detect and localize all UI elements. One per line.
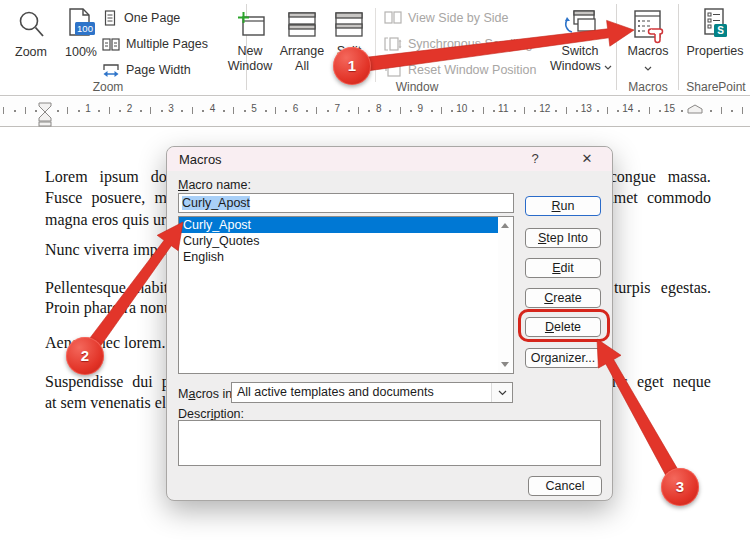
ruler-tick [181, 110, 183, 112]
help-button[interactable]: ? [526, 150, 544, 168]
ruler-tick [223, 110, 225, 112]
ruler-tick [566, 107, 567, 114]
view-side-by-side-button[interactable]: View Side by Side [384, 5, 509, 31]
ruler-tick [710, 110, 712, 112]
arrange-all-label-2: All [277, 59, 327, 74]
ruler-tick [731, 110, 733, 112]
page-width-label: Page Width [126, 63, 191, 77]
arrange-all-button[interactable]: Arrange All [277, 2, 327, 78]
multiple-pages-button[interactable]: Multiple Pages [102, 31, 208, 57]
macros-in-value: All active templates and documents [237, 385, 434, 399]
group-divider [678, 4, 679, 90]
macro-list[interactable]: Curly_ApostCurly_QuotesEnglish [178, 216, 514, 374]
dropdown-chevron-box[interactable] [491, 383, 512, 402]
arrange-all-icon [288, 12, 316, 38]
ruler-tick [316, 107, 317, 114]
ruler-tick [607, 107, 608, 114]
properties-button[interactable]: S Properties [684, 2, 746, 78]
macros-icon [633, 10, 665, 44]
view-side-by-side-icon [384, 10, 402, 26]
synchronous-scrolling-icon [384, 36, 402, 52]
ruler-tick [638, 110, 640, 112]
switch-windows-button[interactable]: Switch Windows [550, 2, 610, 78]
create-button[interactable]: Create [525, 288, 601, 308]
delete-button[interactable]: Delete [525, 317, 601, 337]
description-label: Description: [178, 407, 244, 421]
ruler-tick [192, 107, 193, 114]
one-page-icon [102, 10, 118, 27]
chevron-down-icon [644, 66, 652, 71]
ruler-number: 5 [246, 103, 262, 114]
edit-button[interactable]: Edit [525, 258, 601, 278]
new-window-icon [236, 10, 266, 38]
group-divider [616, 4, 617, 90]
macros-dropdown [621, 60, 675, 75]
multiple-pages-label: Multiple Pages [126, 37, 208, 51]
macros-in-dropdown[interactable]: All active templates and documents [231, 382, 513, 403]
macros-group-label: Macros [618, 80, 678, 94]
macros-label: Macros [621, 44, 675, 59]
reset-window-position-icon [384, 62, 402, 78]
ruler-tick [483, 107, 484, 114]
run-button[interactable]: Run [525, 196, 601, 216]
macros-button[interactable]: Macros [621, 2, 675, 78]
right-indent-marker[interactable] [687, 104, 703, 114]
macro-name-value: Curly_Apost [182, 196, 250, 210]
description-textarea[interactable] [178, 420, 601, 466]
reset-window-position-label: Reset Window Position [408, 63, 537, 77]
organizer-button[interactable]: Organizer... [525, 348, 601, 368]
macro-name-input[interactable]: Curly_Apost [178, 193, 514, 213]
ruler-tick [431, 110, 433, 112]
ruler-number: 15 [661, 103, 677, 114]
ruler-tick [472, 110, 474, 112]
split-icon [335, 12, 363, 38]
dialog-titlebar: Macros ? ✕ [167, 147, 612, 171]
close-button[interactable]: ✕ [578, 150, 596, 168]
new-window-button[interactable]: New Window [226, 2, 274, 78]
properties-icon: S [701, 8, 729, 42]
scroll-down-icon[interactable] [501, 362, 509, 367]
ruler-number: 9 [412, 103, 428, 114]
cancel-button[interactable]: Cancel [528, 476, 602, 496]
ruler-number: 6 [288, 103, 304, 114]
ruler-number: 14 [620, 103, 636, 114]
ruler-tick [35, 110, 37, 112]
dialog-title: Macros [179, 152, 222, 167]
ruler-tick [524, 107, 525, 114]
macro-list-item[interactable]: Curly_Quotes [179, 233, 498, 249]
scrollbar[interactable] [498, 217, 513, 373]
step-into-button[interactable]: Step Into [525, 228, 601, 248]
zoom-100-button[interactable]: 100 100% [58, 2, 104, 78]
ruler-tick [681, 110, 683, 112]
ruler-number: 12 [537, 103, 553, 114]
one-page-button[interactable]: One Page [102, 5, 180, 31]
zoom-button[interactable]: Zoom [6, 2, 56, 78]
macro-list-item[interactable]: Curly_Apost [179, 217, 498, 233]
ruler-number: 10 [454, 103, 470, 114]
one-page-label: One Page [124, 11, 180, 25]
split-button[interactable]: Split [328, 2, 370, 78]
ruler-number: 11 [495, 103, 511, 114]
ruler-tick [514, 110, 516, 112]
ruler-tick [400, 107, 401, 114]
zoom-100-label: 100% [58, 45, 104, 60]
properties-label: Properties [684, 44, 746, 59]
multiple-pages-icon [102, 36, 120, 53]
horizontal-ruler: 123456789101112131415 [0, 97, 750, 127]
ruler-number: 1 [80, 103, 96, 114]
ruler-tick [25, 107, 26, 114]
svg-text:100: 100 [77, 23, 93, 34]
scroll-up-icon[interactable] [501, 223, 509, 228]
new-window-label-2: Window [226, 59, 274, 74]
synchronous-scrolling-button[interactable]: Synchronous Scrolling [384, 31, 532, 57]
ruler-tick [109, 107, 110, 114]
ruler-tick [67, 107, 68, 114]
split-label: Split [328, 44, 370, 59]
macro-list-item[interactable]: English [179, 249, 498, 265]
ruler-tick [306, 110, 308, 112]
macros-in-label: Macros in: [178, 387, 236, 401]
ruler-number: 7 [329, 103, 345, 114]
indent-markers[interactable] [38, 102, 52, 127]
macro-name-label: Macro name: [178, 178, 251, 192]
sharepoint-group-label: SharePoint [682, 80, 750, 94]
